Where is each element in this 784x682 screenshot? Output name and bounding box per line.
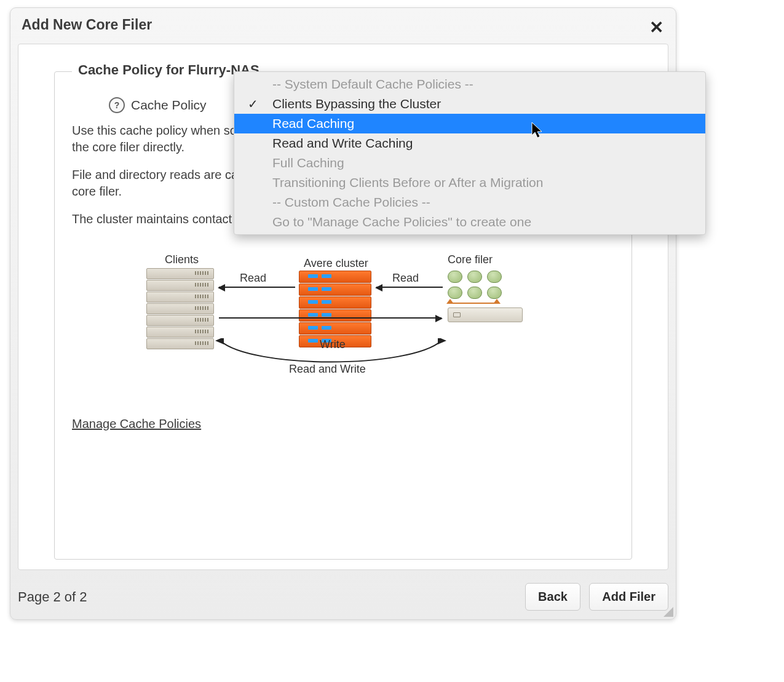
diagram-corefiler-label: Core filer — [448, 252, 493, 267]
diagram-cluster-label: Avere cluster — [304, 256, 368, 271]
svg-marker-2 — [532, 122, 542, 138]
svg-marker-0 — [215, 338, 224, 344]
resize-grip-icon[interactable] — [663, 607, 673, 617]
diagram-arrow-read-2 — [376, 287, 443, 288]
diagram-clients-icon — [146, 268, 214, 350]
checkmark-icon: ✓ — [248, 97, 258, 111]
dialog-title: Add New Core Filer — [10, 8, 676, 41]
dropdown-option-goto-manage: Go to "Manage Cache Policies" to create … — [234, 212, 705, 232]
mouse-cursor-icon — [531, 122, 544, 139]
dropdown-option-read-caching[interactable]: Read Caching — [234, 114, 705, 133]
dropdown-option-bypass[interactable]: ✓ Clients Bypassing the Cluster — [234, 94, 705, 114]
cache-policy-dropdown[interactable]: -- System Default Cache Policies -- ✓ Cl… — [234, 71, 706, 235]
diagram-read-label-2: Read — [392, 271, 419, 285]
dropdown-option-full-caching: Full Caching — [234, 153, 705, 173]
diagram-clients-label: Clients — [165, 252, 199, 267]
diagram-readwrite-label: Read and Write — [289, 362, 366, 376]
dropdown-header-custom: -- Custom Cache Policies -- — [234, 192, 705, 212]
page-indicator: Page 2 of 2 — [18, 589, 87, 605]
add-filer-button[interactable]: Add Filer — [589, 583, 668, 611]
diagram-read-label-1: Read — [240, 271, 266, 285]
diagram-corefiler-icon — [448, 271, 523, 322]
manage-cache-policies-link[interactable]: Manage Cache Policies — [72, 416, 201, 432]
help-icon[interactable]: ? — [109, 97, 125, 113]
back-button[interactable]: Back — [525, 583, 580, 611]
diagram-arrow-write — [219, 317, 441, 319]
dropdown-header-system: -- System Default Cache Policies -- — [234, 74, 705, 94]
diagram-arrow-read-1 — [219, 287, 295, 288]
svg-marker-1 — [438, 338, 446, 344]
dropdown-option-transitioning: Transitioning Clients Before or After a … — [234, 173, 705, 192]
close-icon[interactable]: ✕ — [649, 19, 663, 36]
dropdown-option-label: Clients Bypassing the Cluster — [272, 97, 441, 111]
dropdown-option-read-write-caching[interactable]: Read and Write Caching — [234, 133, 705, 153]
cache-policy-diagram: Clients Avere cluster Core filer — [146, 252, 540, 394]
cache-policy-label: Cache Policy — [131, 97, 207, 114]
